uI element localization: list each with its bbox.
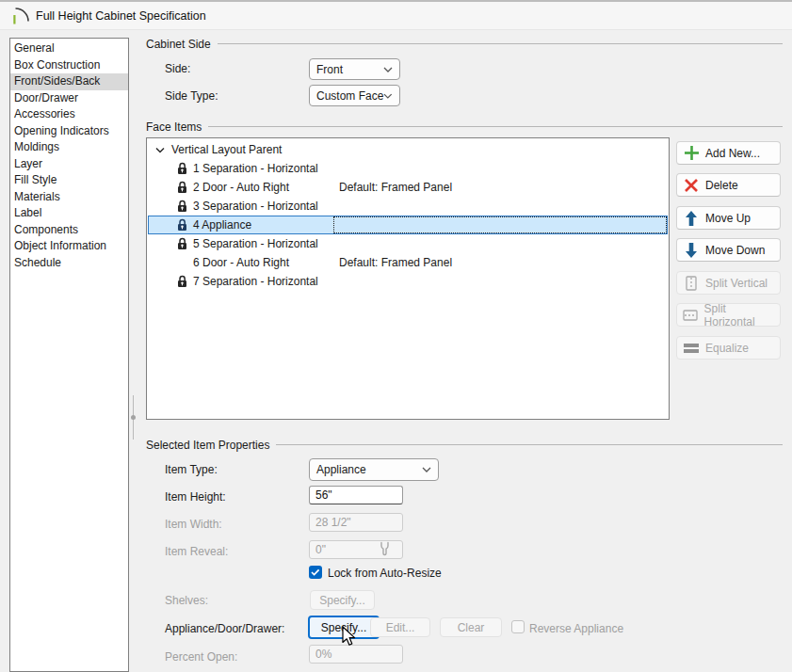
side-dropdown-value: Front (316, 63, 343, 76)
tree-row-separation-7[interactable]: 7 Separation - Horizontal (148, 272, 668, 291)
button-label: Split Horizontal (704, 302, 774, 328)
shelves-specify-button[interactable]: Specify... (310, 590, 375, 610)
item-height-input[interactable] (309, 486, 403, 504)
tree-row-label: 4 Appliance (193, 218, 251, 232)
sidebar-item-components[interactable]: Components (10, 222, 128, 239)
equalize-button[interactable]: Equalize (676, 336, 781, 360)
split-horizontal-icon (683, 309, 699, 322)
item-height-label: Item Height: (165, 490, 226, 504)
button-label: Add New... (705, 147, 760, 160)
tree-row-separation-1[interactable]: 1 Separation - Horizontal (148, 159, 668, 178)
side-type-dropdown[interactable]: Custom Face (309, 85, 400, 106)
item-type-dropdown[interactable]: Appliance (309, 458, 439, 481)
reverse-appliance-label: Reverse Appliance (529, 622, 623, 635)
sidebar-item-front-sides-back[interactable]: Front/Sides/Back (10, 73, 128, 90)
sidebar-item-general[interactable]: General (10, 40, 128, 57)
sidebar-item-materials[interactable]: Materials (10, 189, 128, 206)
move-up-button[interactable]: Move Up (676, 206, 781, 230)
delete-button[interactable]: Delete (676, 173, 781, 197)
selected-item-properties-group-header: Selected Item Properties (146, 438, 783, 452)
tree-row-detail: Default: Framed Panel (339, 256, 452, 269)
sidebar-item-schedule[interactable]: Schedule (10, 255, 128, 272)
item-type-dropdown-value: Appliance (316, 463, 366, 476)
chevron-down-icon (383, 67, 393, 72)
sidebar-item-object-information[interactable]: Object Information (10, 238, 128, 255)
button-label: Edit... (386, 621, 415, 634)
tree-row-label: 2 Door - Auto Right (193, 181, 289, 194)
chevron-down-icon (422, 467, 431, 472)
appliance-clear-button[interactable]: Clear (440, 617, 502, 637)
split-vertical-button[interactable]: Split Vertical (676, 271, 781, 295)
button-label: Move Up (705, 212, 751, 225)
check-icon (311, 568, 320, 576)
appliance-edit-button[interactable]: Edit... (370, 617, 430, 637)
percent-open-input (309, 645, 403, 664)
chevron-down-icon[interactable] (155, 147, 165, 153)
sidebar-item-box-construction[interactable]: Box Construction (10, 57, 128, 74)
sidebar-item-label[interactable]: Label (10, 205, 128, 222)
cabinet-specification-dialog: Full Height Cabinet Specification Genera… (0, 0, 792, 672)
side-dropdown[interactable]: Front (309, 58, 400, 80)
reverse-appliance-checkbox[interactable] (511, 620, 525, 633)
button-label: Split Vertical (705, 277, 768, 290)
button-label: Delete (705, 179, 738, 192)
split-vertical-icon (683, 276, 700, 291)
side-label: Side: (165, 62, 190, 75)
lock-auto-resize-checkbox[interactable] (309, 566, 322, 579)
group-title: Selected Item Properties (146, 439, 276, 452)
tree-row-label: 3 Separation - Horizontal (193, 200, 318, 213)
face-items-group-header: Face Items (146, 120, 783, 134)
button-label: Move Down (705, 244, 765, 257)
button-label: Specify... (321, 621, 366, 634)
appliance-door-drawer-label: Appliance/Door/Drawer: (165, 622, 284, 635)
group-title: Face Items (146, 120, 208, 134)
tree-row-label: 5 Separation - Horizontal (193, 237, 318, 250)
button-label: Specify... (319, 594, 364, 607)
sidebar-item-moldings[interactable]: Moldings (10, 139, 128, 156)
tree-row-label: Vertical Layout Parent (171, 143, 282, 156)
item-width-input (309, 513, 403, 532)
arrow-down-icon (683, 243, 700, 258)
sidebar-item-layer[interactable]: Layer (10, 156, 128, 173)
item-width-label: Item Width: (165, 518, 222, 531)
sidebar-item-accessories[interactable]: Accessories (10, 106, 128, 123)
split-horizontal-button[interactable]: Split Horizontal (676, 303, 781, 327)
chevron-down-icon (383, 93, 393, 99)
lock-icon (177, 162, 187, 178)
sidebar-item-door-drawer[interactable]: Door/Drawer (10, 90, 128, 107)
tree-row-detail-focus-cell (333, 216, 667, 233)
tree-row-separation-3[interactable]: 3 Separation - Horizontal (148, 197, 668, 216)
tree-row-door-2[interactable]: 2 Door - Auto Right Default: Framed Pane… (148, 178, 668, 197)
button-label: Clear (458, 621, 485, 634)
tree-row-appliance-selected[interactable]: 4 Appliance (148, 216, 668, 234)
shelves-label: Shelves: (165, 594, 208, 607)
default-wrench-icon (379, 541, 391, 557)
equalize-icon (683, 343, 700, 354)
tree-row-door-6[interactable]: 6 Door - Auto Right Default: Framed Pane… (148, 253, 668, 272)
sidebar-panel-list: General Box Construction Front/Sides/Bac… (9, 38, 129, 672)
tree-row-vertical-layout-parent[interactable]: Vertical Layout Parent (148, 140, 668, 159)
item-reveal-label: Item Reveal: (165, 545, 228, 558)
group-rule (218, 43, 783, 44)
item-type-label: Item Type: (165, 463, 218, 476)
sidebar-item-fill-style[interactable]: Fill Style (10, 172, 128, 189)
lock-auto-resize-label: Lock from Auto-Resize (328, 567, 442, 580)
add-new-button[interactable]: Add New... (676, 141, 781, 165)
sidebar-item-opening-indicators[interactable]: Opening Indicators (10, 123, 128, 140)
tree-row-separation-5[interactable]: 5 Separation - Horizontal (148, 234, 668, 253)
plus-icon (683, 145, 700, 161)
side-type-dropdown-value: Custom Face (316, 89, 383, 103)
appliance-specify-button[interactable]: Specify... (308, 616, 380, 639)
move-down-button[interactable]: Move Down (676, 238, 781, 262)
tree-row-detail: Default: Framed Panel (339, 181, 452, 194)
group-rule (276, 444, 783, 445)
lock-icon (177, 181, 187, 197)
title-bar: Full Height Cabinet Specification (0, 2, 792, 30)
lock-icon (177, 237, 187, 253)
tree-row-label: 1 Separation - Horizontal (193, 162, 318, 175)
lock-icon (177, 275, 187, 291)
tree-row-label: 6 Door - Auto Right (193, 256, 289, 269)
panel-splitter-dot[interactable] (131, 415, 136, 420)
arrow-up-icon (683, 211, 700, 226)
side-type-label: Side Type: (165, 89, 218, 103)
